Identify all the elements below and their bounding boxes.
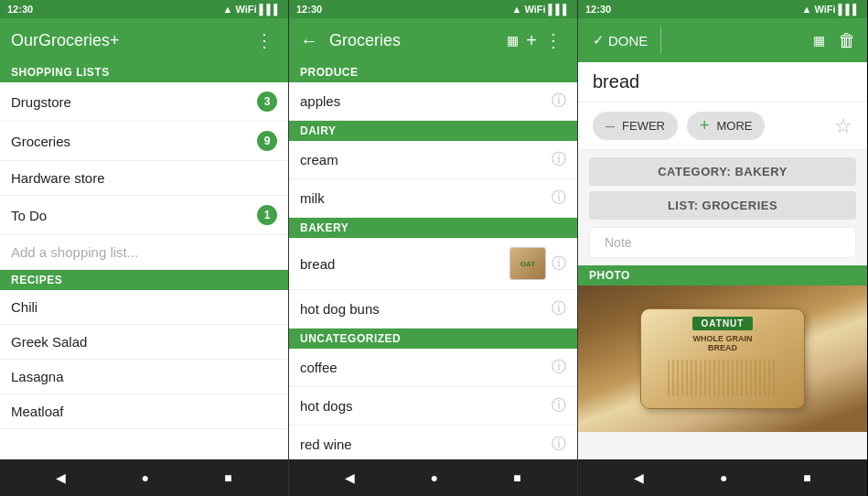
- panel-item-detail: 12:30 ▲ WiFi ▌▌▌ ✓ DONE ▦ 🗑 bread – FEWE…: [578, 0, 867, 496]
- info-apples[interactable]: ⓘ: [552, 92, 566, 111]
- drugstore-label: Drugstore: [11, 94, 257, 110]
- list-item-hardware[interactable]: Hardware store: [0, 161, 288, 196]
- bread-photo: OATNUT WHOLE GRAINBREAD: [578, 286, 867, 432]
- bottom-nav-3: ◀ ● ■: [578, 459, 867, 496]
- todo-badge: 1: [257, 205, 277, 225]
- grocery-item-milk[interactable]: milk ⓘ: [289, 179, 577, 218]
- info-bread[interactable]: ⓘ: [552, 254, 566, 274]
- info-coffee[interactable]: ⓘ: [552, 358, 566, 377]
- grocery-item-bread[interactable]: bread OAT ⓘ: [289, 238, 577, 290]
- info-cream[interactable]: ⓘ: [552, 150, 566, 169]
- status-time-2: 12:30: [296, 4, 322, 15]
- grocery-item-cream[interactable]: cream ⓘ: [289, 141, 577, 179]
- category-label: CATEGORY: BAKERY: [658, 165, 788, 178]
- hotdogs-label: hot dogs: [300, 398, 552, 414]
- back-btn-1[interactable]: ◀: [45, 465, 77, 491]
- detail-app-bar: ✓ DONE ▦ 🗑: [578, 18, 867, 62]
- minus-icon: –: [605, 116, 615, 135]
- status-icons-3: ▲ WiFi ▌▌▌: [802, 4, 860, 15]
- coffee-label: coffee: [300, 360, 552, 375]
- todo-label: To Do: [11, 208, 257, 223]
- apples-label: apples: [300, 93, 552, 109]
- info-milk[interactable]: ⓘ: [552, 189, 566, 208]
- info-redwine[interactable]: ⓘ: [552, 435, 566, 454]
- meatloaf-label: Meatloaf: [11, 404, 277, 419]
- list-item-greek-salad[interactable]: Greek Salad: [0, 325, 288, 360]
- milk-label: milk: [300, 190, 552, 206]
- home-btn-2[interactable]: ●: [420, 465, 449, 491]
- back-btn-2[interactable]: ◀: [334, 465, 366, 491]
- section-produce: PRODUCE: [289, 62, 577, 82]
- bread-texture: [668, 360, 777, 396]
- list-item-groceries[interactable]: Groceries 9: [0, 122, 288, 161]
- favorite-icon[interactable]: ☆: [834, 114, 852, 138]
- bread-brand: OATNUT: [692, 317, 754, 330]
- list-item-todo[interactable]: To Do 1: [0, 196, 288, 235]
- more-icon-1[interactable]: ⋮: [252, 26, 277, 55]
- panel2-scroll[interactable]: PRODUCE apples ⓘ DAIRY cream ⓘ milk ⓘ BA…: [289, 62, 577, 459]
- barcode-icon-3[interactable]: ▦: [809, 29, 829, 51]
- add-icon-2[interactable]: +: [522, 27, 541, 55]
- appbar-divider: [660, 27, 661, 53]
- home-btn-3[interactable]: ●: [709, 465, 738, 491]
- info-hotdogs[interactable]: ⓘ: [552, 396, 566, 415]
- photo-section-header: PHOTO: [578, 265, 867, 286]
- status-time-3: 12:30: [585, 4, 611, 15]
- square-btn-3[interactable]: ■: [792, 465, 821, 491]
- category-button[interactable]: CATEGORY: BAKERY: [589, 157, 856, 186]
- cream-label: cream: [300, 152, 552, 167]
- bread-desc: WHOLE GRAINBREAD: [693, 334, 753, 352]
- square-btn-2[interactable]: ■: [502, 465, 531, 491]
- status-bar-3: 12:30 ▲ WiFi ▌▌▌: [578, 0, 867, 18]
- list-item-lasagna[interactable]: Lasagna: [0, 360, 288, 394]
- back-btn-3[interactable]: ◀: [623, 465, 655, 491]
- note-field[interactable]: Note: [589, 227, 856, 258]
- grocery-item-apples[interactable]: apples ⓘ: [289, 82, 577, 121]
- status-icons-2: ▲ WiFi ▌▌▌: [512, 4, 570, 15]
- bottom-nav-1: ◀ ● ■: [0, 459, 288, 496]
- info-hotdogbuns[interactable]: ⓘ: [552, 299, 566, 318]
- fewer-label: FEWER: [622, 119, 665, 133]
- hardware-label: Hardware store: [11, 170, 277, 186]
- status-icons-1: ▲ WiFi ▌▌▌: [223, 4, 281, 15]
- status-bar-1: 12:30 ▲ WiFi ▌▌▌: [0, 0, 288, 18]
- grocery-item-redwine[interactable]: red wine ⓘ: [289, 426, 577, 459]
- panel1-scroll[interactable]: SHOPPING LISTS Drugstore 3 Groceries 9 H…: [0, 62, 288, 459]
- section-uncategorized: UNCATEGORIZED: [289, 329, 577, 349]
- back-icon-2[interactable]: ←: [300, 30, 318, 51]
- panel-shopping-lists: 12:30 ▲ WiFi ▌▌▌ OurGroceries+ ⋮ SHOPPIN…: [0, 0, 289, 496]
- item-name: bread: [593, 71, 639, 92]
- delete-icon[interactable]: 🗑: [834, 27, 860, 55]
- groceries-badge: 9: [257, 131, 277, 151]
- panel-grocery-list: 12:30 ▲ WiFi ▌▌▌ ← Groceries ▦ + ⋮ PRODU…: [289, 0, 578, 496]
- redwine-label: red wine: [300, 437, 552, 452]
- groceries-label: Groceries: [11, 134, 257, 149]
- list-item-drugstore[interactable]: Drugstore 3: [0, 82, 288, 122]
- grocery-item-hotdogs[interactable]: hot dogs ⓘ: [289, 387, 577, 426]
- list-item-meatloaf[interactable]: Meatloaf: [0, 394, 288, 429]
- barcode-icon-2[interactable]: ▦: [503, 29, 522, 51]
- grocery-item-coffee[interactable]: coffee ⓘ: [289, 349, 577, 387]
- list-button[interactable]: LIST: GROCERIES: [589, 191, 856, 220]
- greek-salad-label: Greek Salad: [11, 334, 277, 350]
- list-item-chili[interactable]: Chili: [0, 290, 288, 325]
- section-bakery: BAKERY: [289, 218, 577, 238]
- drugstore-badge: 3: [257, 92, 277, 112]
- home-btn-1[interactable]: ●: [131, 465, 160, 491]
- photo-label: PHOTO: [589, 269, 630, 282]
- plus-icon: +: [700, 116, 710, 135]
- more-button[interactable]: + MORE: [687, 112, 766, 140]
- add-list-placeholder: Add a shopping list...: [11, 244, 138, 260]
- section-dairy: DAIRY: [289, 121, 577, 141]
- square-btn-1[interactable]: ■: [213, 465, 242, 491]
- add-shopping-list[interactable]: Add a shopping list...: [0, 235, 288, 270]
- fewer-button[interactable]: – FEWER: [593, 112, 678, 140]
- more-icon-2[interactable]: ⋮: [541, 26, 566, 55]
- quantity-controls: – FEWER + MORE ☆: [578, 102, 867, 150]
- bread-label: bread: [300, 256, 509, 272]
- section-shopping-lists: SHOPPING LISTS: [0, 62, 288, 82]
- done-button[interactable]: ✓ DONE: [585, 27, 655, 54]
- app-title-2: Groceries: [329, 31, 503, 50]
- grocery-item-hotdogbuns[interactable]: hot dog buns ⓘ: [289, 290, 577, 329]
- done-label: DONE: [608, 33, 648, 49]
